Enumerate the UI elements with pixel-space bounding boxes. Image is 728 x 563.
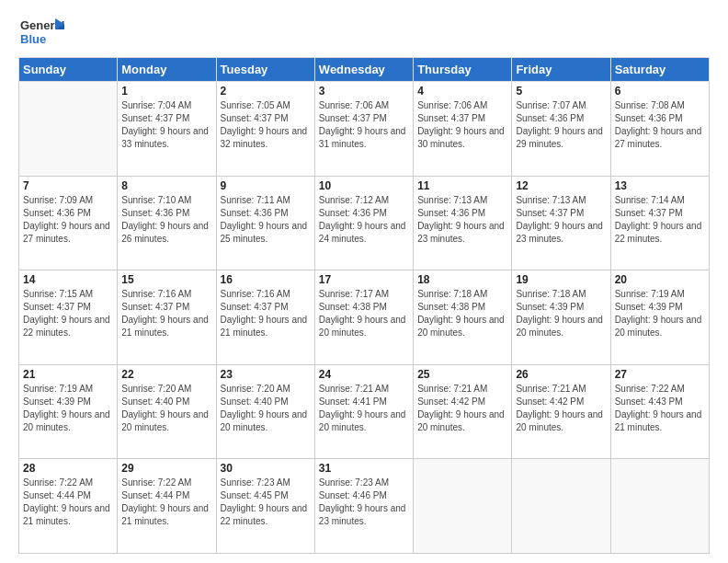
day-info: Sunrise: 7:21 AMSunset: 4:42 PMDaylight:… bbox=[417, 383, 507, 434]
day-number: 1 bbox=[121, 85, 211, 98]
calendar-cell: 16Sunrise: 7:16 AMSunset: 4:37 PMDayligh… bbox=[216, 270, 314, 365]
day-number: 6 bbox=[615, 85, 705, 98]
day-info: Sunrise: 7:22 AMSunset: 4:43 PMDaylight:… bbox=[615, 383, 705, 434]
calendar-cell: 23Sunrise: 7:20 AMSunset: 4:40 PMDayligh… bbox=[216, 364, 314, 459]
day-number: 21 bbox=[23, 368, 113, 381]
calendar-cell: 2Sunrise: 7:05 AMSunset: 4:37 PMDaylight… bbox=[216, 82, 314, 177]
calendar-cell: 15Sunrise: 7:16 AMSunset: 4:37 PMDayligh… bbox=[118, 270, 216, 365]
day-info: Sunrise: 7:16 AMSunset: 4:37 PMDaylight:… bbox=[221, 288, 311, 339]
calendar-cell: 3Sunrise: 7:06 AMSunset: 4:37 PMDaylight… bbox=[314, 82, 413, 177]
day-number: 7 bbox=[23, 179, 113, 192]
day-info: Sunrise: 7:13 AMSunset: 4:37 PMDaylight:… bbox=[516, 194, 606, 246]
calendar-table: SundayMondayTuesdayWednesdayThursdayFrid… bbox=[18, 57, 710, 554]
day-number: 2 bbox=[221, 85, 311, 98]
day-info: Sunrise: 7:18 AMSunset: 4:38 PMDaylight:… bbox=[417, 288, 507, 339]
day-number: 5 bbox=[516, 85, 606, 98]
day-number: 16 bbox=[221, 273, 311, 286]
calendar-cell: 8Sunrise: 7:10 AMSunset: 4:36 PMDaylight… bbox=[118, 176, 216, 270]
day-number: 24 bbox=[319, 368, 409, 381]
day-info: Sunrise: 7:23 AMSunset: 4:45 PMDaylight:… bbox=[221, 477, 311, 528]
calendar-cell: 30Sunrise: 7:23 AMSunset: 4:45 PMDayligh… bbox=[216, 459, 314, 554]
svg-text:Blue: Blue bbox=[20, 32, 46, 46]
calendar-cell: 9Sunrise: 7:11 AMSunset: 4:36 PMDaylight… bbox=[216, 176, 314, 270]
calendar-week-3: 21Sunrise: 7:19 AMSunset: 4:39 PMDayligh… bbox=[19, 364, 710, 459]
day-info: Sunrise: 7:17 AMSunset: 4:38 PMDaylight:… bbox=[319, 288, 409, 339]
day-info: Sunrise: 7:19 AMSunset: 4:39 PMDaylight:… bbox=[23, 383, 113, 434]
col-sunday: Sunday bbox=[19, 58, 118, 82]
day-number: 12 bbox=[516, 179, 606, 192]
day-info: Sunrise: 7:15 AMSunset: 4:37 PMDaylight:… bbox=[23, 288, 113, 339]
day-number: 25 bbox=[417, 368, 507, 381]
day-info: Sunrise: 7:18 AMSunset: 4:39 PMDaylight:… bbox=[516, 288, 606, 339]
calendar-cell: 22Sunrise: 7:20 AMSunset: 4:40 PMDayligh… bbox=[118, 364, 216, 459]
logo-icon: General Blue bbox=[18, 15, 66, 50]
calendar-week-4: 28Sunrise: 7:22 AMSunset: 4:44 PMDayligh… bbox=[19, 459, 710, 554]
calendar-cell bbox=[414, 459, 512, 554]
day-info: Sunrise: 7:14 AMSunset: 4:37 PMDaylight:… bbox=[615, 194, 705, 246]
day-number: 13 bbox=[615, 179, 705, 192]
day-number: 29 bbox=[121, 462, 211, 475]
day-info: Sunrise: 7:22 AMSunset: 4:44 PMDaylight:… bbox=[121, 477, 211, 528]
day-info: Sunrise: 7:07 AMSunset: 4:36 PMDaylight:… bbox=[516, 99, 606, 151]
day-info: Sunrise: 7:20 AMSunset: 4:40 PMDaylight:… bbox=[121, 383, 211, 434]
header: General Blue bbox=[18, 15, 710, 50]
col-monday: Monday bbox=[118, 58, 216, 82]
col-wednesday: Wednesday bbox=[314, 58, 413, 82]
calendar-cell: 28Sunrise: 7:22 AMSunset: 4:44 PMDayligh… bbox=[19, 459, 118, 554]
day-info: Sunrise: 7:23 AMSunset: 4:46 PMDaylight:… bbox=[319, 477, 409, 528]
calendar-week-2: 14Sunrise: 7:15 AMSunset: 4:37 PMDayligh… bbox=[19, 270, 710, 365]
calendar-cell: 25Sunrise: 7:21 AMSunset: 4:42 PMDayligh… bbox=[414, 364, 512, 459]
day-info: Sunrise: 7:11 AMSunset: 4:36 PMDaylight:… bbox=[221, 194, 311, 246]
day-info: Sunrise: 7:05 AMSunset: 4:37 PMDaylight:… bbox=[221, 99, 311, 151]
calendar-cell: 27Sunrise: 7:22 AMSunset: 4:43 PMDayligh… bbox=[610, 364, 709, 459]
calendar-cell: 11Sunrise: 7:13 AMSunset: 4:36 PMDayligh… bbox=[414, 176, 512, 270]
calendar-cell: 21Sunrise: 7:19 AMSunset: 4:39 PMDayligh… bbox=[19, 364, 118, 459]
calendar-cell: 18Sunrise: 7:18 AMSunset: 4:38 PMDayligh… bbox=[414, 270, 512, 365]
day-number: 28 bbox=[23, 462, 113, 475]
calendar-cell: 6Sunrise: 7:08 AMSunset: 4:36 PMDaylight… bbox=[610, 82, 709, 177]
calendar-week-0: 1Sunrise: 7:04 AMSunset: 4:37 PMDaylight… bbox=[19, 82, 710, 177]
calendar-cell: 5Sunrise: 7:07 AMSunset: 4:36 PMDaylight… bbox=[512, 82, 610, 177]
day-info: Sunrise: 7:06 AMSunset: 4:37 PMDaylight:… bbox=[319, 99, 409, 151]
day-info: Sunrise: 7:10 AMSunset: 4:36 PMDaylight:… bbox=[121, 194, 211, 246]
day-number: 30 bbox=[221, 462, 311, 475]
calendar-cell bbox=[610, 459, 709, 554]
day-number: 10 bbox=[319, 179, 409, 192]
day-number: 19 bbox=[516, 273, 606, 286]
day-info: Sunrise: 7:21 AMSunset: 4:42 PMDaylight:… bbox=[516, 383, 606, 434]
day-info: Sunrise: 7:12 AMSunset: 4:36 PMDaylight:… bbox=[319, 194, 409, 246]
day-info: Sunrise: 7:13 AMSunset: 4:36 PMDaylight:… bbox=[417, 194, 507, 246]
calendar-cell: 29Sunrise: 7:22 AMSunset: 4:44 PMDayligh… bbox=[118, 459, 216, 554]
day-info: Sunrise: 7:04 AMSunset: 4:37 PMDaylight:… bbox=[121, 99, 211, 151]
col-saturday: Saturday bbox=[610, 58, 709, 82]
calendar-cell: 12Sunrise: 7:13 AMSunset: 4:37 PMDayligh… bbox=[512, 176, 610, 270]
col-thursday: Thursday bbox=[414, 58, 512, 82]
day-number: 23 bbox=[221, 368, 311, 381]
calendar-cell: 24Sunrise: 7:21 AMSunset: 4:41 PMDayligh… bbox=[314, 364, 413, 459]
day-number: 20 bbox=[615, 273, 705, 286]
day-number: 9 bbox=[221, 179, 311, 192]
calendar-cell: 1Sunrise: 7:04 AMSunset: 4:37 PMDaylight… bbox=[118, 82, 216, 177]
calendar-header-row: SundayMondayTuesdayWednesdayThursdayFrid… bbox=[19, 58, 710, 82]
day-number: 17 bbox=[319, 273, 409, 286]
calendar-cell bbox=[512, 459, 610, 554]
day-number: 31 bbox=[319, 462, 409, 475]
calendar-week-1: 7Sunrise: 7:09 AMSunset: 4:36 PMDaylight… bbox=[19, 176, 710, 270]
day-number: 11 bbox=[417, 179, 507, 192]
day-info: Sunrise: 7:09 AMSunset: 4:36 PMDaylight:… bbox=[23, 194, 113, 246]
day-number: 26 bbox=[516, 368, 606, 381]
day-number: 15 bbox=[121, 273, 211, 286]
day-number: 8 bbox=[121, 179, 211, 192]
calendar-cell: 4Sunrise: 7:06 AMSunset: 4:37 PMDaylight… bbox=[414, 82, 512, 177]
day-number: 4 bbox=[417, 85, 507, 98]
day-number: 3 bbox=[319, 85, 409, 98]
calendar-cell: 20Sunrise: 7:19 AMSunset: 4:39 PMDayligh… bbox=[610, 270, 709, 365]
col-friday: Friday bbox=[512, 58, 610, 82]
calendar-cell: 10Sunrise: 7:12 AMSunset: 4:36 PMDayligh… bbox=[314, 176, 413, 270]
calendar-cell: 26Sunrise: 7:21 AMSunset: 4:42 PMDayligh… bbox=[512, 364, 610, 459]
day-info: Sunrise: 7:08 AMSunset: 4:36 PMDaylight:… bbox=[615, 99, 705, 151]
day-number: 27 bbox=[615, 368, 705, 381]
calendar-cell: 31Sunrise: 7:23 AMSunset: 4:46 PMDayligh… bbox=[314, 459, 413, 554]
day-number: 22 bbox=[121, 368, 211, 381]
calendar-cell: 14Sunrise: 7:15 AMSunset: 4:37 PMDayligh… bbox=[19, 270, 118, 365]
